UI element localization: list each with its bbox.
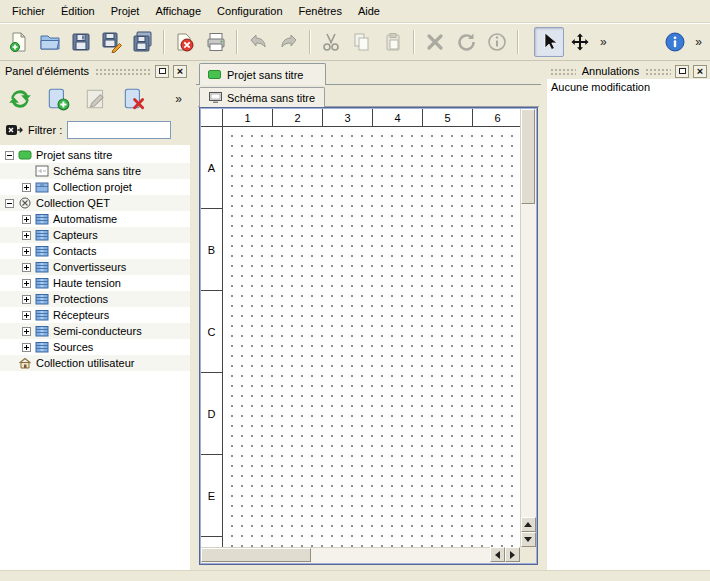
dock-close-button[interactable] bbox=[173, 65, 187, 78]
menu-fichier[interactable]: Fichier bbox=[4, 1, 53, 21]
expand-icon[interactable] bbox=[22, 263, 31, 272]
help-toolbar-overflow-icon[interactable]: » bbox=[691, 35, 706, 49]
tree-item-folder[interactable]: Haute tension bbox=[0, 275, 190, 291]
tree-item-folder[interactable]: Sources bbox=[0, 339, 190, 355]
about-button[interactable] bbox=[660, 27, 690, 57]
reload-icon bbox=[7, 86, 33, 112]
menu-affichage[interactable]: Affichage bbox=[147, 1, 209, 21]
expand-icon[interactable] bbox=[22, 247, 31, 256]
toolbar-overflow-icon[interactable]: » bbox=[596, 35, 611, 49]
element-information-button[interactable] bbox=[482, 27, 512, 57]
tree-item-project[interactable]: Projet sans titre bbox=[0, 147, 190, 163]
tree-item-folder[interactable]: Capteurs bbox=[0, 227, 190, 243]
save-as-button[interactable] bbox=[97, 27, 127, 57]
folder-icon bbox=[35, 245, 49, 257]
save-all-button[interactable] bbox=[128, 27, 158, 57]
rotate-button[interactable] bbox=[451, 27, 481, 57]
cut-button[interactable] bbox=[316, 27, 346, 57]
delete-button[interactable] bbox=[420, 27, 450, 57]
scroll-up-button[interactable] bbox=[521, 517, 536, 532]
menu-fenetres[interactable]: Fenêtres bbox=[291, 1, 350, 21]
tree-item-folder[interactable]: Automatisme bbox=[0, 211, 190, 227]
tree-item-label: Récepteurs bbox=[53, 309, 109, 321]
expand-icon[interactable] bbox=[22, 215, 31, 224]
expand-icon[interactable] bbox=[22, 231, 31, 240]
undo-button[interactable] bbox=[243, 27, 273, 57]
paste-button[interactable] bbox=[378, 27, 408, 57]
save-button[interactable] bbox=[66, 27, 96, 57]
menu-configuration[interactable]: Configuration bbox=[209, 1, 290, 21]
tree-item-label: Collection QET bbox=[36, 197, 110, 209]
diagram-view[interactable]: 1 2 3 4 5 6 A B C D E bbox=[199, 107, 538, 565]
tree-item-diagram[interactable]: Schéma sans titre bbox=[0, 163, 190, 179]
dock-float-button[interactable] bbox=[675, 65, 689, 78]
tree-item-folder[interactable]: Récepteurs bbox=[0, 307, 190, 323]
tree-item-qet-collection[interactable]: Collection QET bbox=[0, 195, 190, 211]
selection-mode-button[interactable] bbox=[534, 27, 564, 57]
collapse-icon[interactable] bbox=[5, 151, 14, 160]
tree-spacer bbox=[5, 359, 14, 368]
scrollbar-corner bbox=[520, 547, 536, 563]
redo-button[interactable] bbox=[274, 27, 304, 57]
dock-float-button[interactable] bbox=[155, 65, 169, 78]
column-label: 5 bbox=[423, 109, 473, 127]
horizontal-scrollbar[interactable] bbox=[201, 547, 520, 563]
tree-item-folder[interactable]: Convertisseurs bbox=[0, 259, 190, 275]
edit-element-button[interactable] bbox=[80, 83, 112, 115]
print-button[interactable] bbox=[201, 27, 231, 57]
dock-drag-handle[interactable] bbox=[95, 67, 151, 75]
project-tab-label: Projet sans titre bbox=[227, 69, 303, 81]
horizontal-scrollbar-thumb[interactable] bbox=[201, 548, 311, 562]
tree-item-user-collection[interactable]: Collection utilisateur bbox=[0, 355, 190, 371]
diagram-tab[interactable]: Schéma sans titre bbox=[199, 87, 325, 107]
dock-drag-handle[interactable] bbox=[645, 67, 671, 75]
tree-item-label: Collection projet bbox=[53, 181, 132, 193]
elements-panel-titlebar[interactable]: Panel d'éléments bbox=[0, 63, 190, 79]
qet-collection-icon bbox=[18, 197, 32, 209]
tree-item-project-collection[interactable]: Collection projet bbox=[0, 179, 190, 195]
menu-projet[interactable]: Projet bbox=[103, 1, 148, 21]
new-element-button[interactable] bbox=[42, 83, 74, 115]
edit-pencil-icon bbox=[83, 86, 109, 112]
diagram-grid[interactable] bbox=[223, 127, 523, 547]
project-tab[interactable]: Projet sans titre bbox=[199, 63, 326, 85]
folder-icon bbox=[35, 277, 49, 289]
expand-icon[interactable] bbox=[22, 295, 31, 304]
undo-list-item[interactable]: Aucune modification bbox=[547, 79, 710, 95]
expand-icon[interactable] bbox=[22, 343, 31, 352]
filter-input[interactable] bbox=[67, 121, 171, 139]
save-as-icon bbox=[101, 31, 123, 53]
vertical-scrollbar[interactable] bbox=[520, 109, 536, 547]
collapse-icon[interactable] bbox=[5, 199, 14, 208]
expand-icon[interactable] bbox=[22, 279, 31, 288]
row-label: E bbox=[201, 455, 222, 537]
scroll-left-button[interactable] bbox=[490, 547, 505, 562]
panel-overflow-icon[interactable]: » bbox=[171, 92, 186, 106]
dock-drag-handle[interactable] bbox=[550, 67, 576, 75]
open-project-button[interactable] bbox=[35, 27, 65, 57]
delete-element-button[interactable] bbox=[118, 83, 150, 115]
tree-item-folder[interactable]: Semi-conducteurs bbox=[0, 323, 190, 339]
expand-icon[interactable] bbox=[22, 183, 31, 192]
copy-button[interactable] bbox=[347, 27, 377, 57]
expand-icon[interactable] bbox=[22, 327, 31, 336]
reload-collections-button[interactable] bbox=[4, 83, 36, 115]
scroll-right-button[interactable] bbox=[505, 547, 520, 562]
new-document-button[interactable] bbox=[4, 27, 34, 57]
tree-item-label: Haute tension bbox=[53, 277, 121, 289]
tree-item-folder[interactable]: Contacts bbox=[0, 243, 190, 259]
menu-aide[interactable]: Aide bbox=[350, 1, 388, 21]
new-element-icon bbox=[45, 86, 71, 112]
clear-filter-icon[interactable] bbox=[5, 121, 23, 139]
vertical-scrollbar-thumb[interactable] bbox=[521, 109, 535, 204]
visualisation-mode-button[interactable] bbox=[565, 27, 595, 57]
dock-close-button[interactable] bbox=[693, 65, 707, 78]
undo-icon bbox=[247, 31, 269, 53]
undo-dock-titlebar[interactable]: Annulations bbox=[547, 63, 710, 79]
scroll-down-button[interactable] bbox=[521, 532, 536, 547]
folder-icon bbox=[35, 293, 49, 305]
tree-item-folder[interactable]: Protections bbox=[0, 291, 190, 307]
menu-edition[interactable]: Édition bbox=[53, 1, 103, 21]
expand-icon[interactable] bbox=[22, 311, 31, 320]
close-file-button[interactable] bbox=[170, 27, 200, 57]
